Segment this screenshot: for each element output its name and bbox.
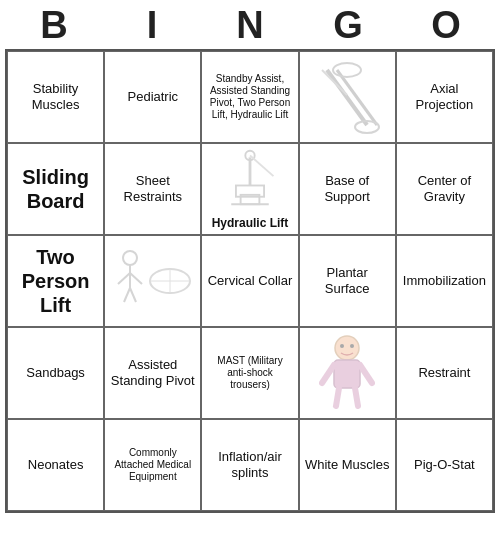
svg-point-11 (123, 251, 137, 265)
cell-text-17: MAST (Military anti-shock trousers) (206, 355, 293, 391)
cell-16: Assisted Standing Pivot (104, 327, 201, 419)
svg-line-13 (118, 273, 130, 284)
letter-o: O (401, 4, 491, 47)
cell-20: Neonates (7, 419, 104, 511)
cell-23: White Muscles (299, 419, 396, 511)
cell-text-24: Pig-O-Stat (414, 457, 475, 473)
cell-text-0: Stability Muscles (12, 81, 99, 112)
cell-11 (104, 235, 201, 327)
cell-10: Two Person Lift (7, 235, 104, 327)
cell-text-10: Two Person Lift (12, 245, 99, 317)
svg-rect-21 (334, 360, 360, 388)
svg-line-16 (130, 288, 136, 302)
letter-g: G (303, 4, 393, 47)
cell-18 (299, 327, 396, 419)
cell-24: Pig-O-Stat (396, 419, 493, 511)
svg-point-20 (335, 336, 359, 360)
cell-8: Base of Support (299, 143, 396, 235)
svg-line-25 (355, 388, 358, 406)
cell-text-12: Cervical Collar (208, 273, 293, 289)
svg-point-26 (340, 344, 344, 348)
cell-text-16: Assisted Standing Pivot (109, 357, 196, 388)
svg-point-27 (350, 344, 354, 348)
cell-3 (299, 51, 396, 143)
cell-17: MAST (Military anti-shock trousers) (201, 327, 298, 419)
cell-1: Pediatric (104, 51, 201, 143)
cell-text-21: Commonly Attached Medical Equipment (109, 447, 196, 483)
cell-text-2: Standby Assist, Assisted Standing Pivot,… (206, 73, 293, 121)
svg-line-22 (322, 365, 334, 383)
cell-text-6: Sheet Restraints (109, 173, 196, 204)
cell-15: Sandbags (7, 327, 104, 419)
svg-line-15 (124, 288, 130, 302)
svg-line-14 (130, 273, 142, 284)
cell-2: Standby Assist, Assisted Standing Pivot,… (201, 51, 298, 143)
cell-7: Hydraulic Lift (201, 143, 298, 235)
cell-text-13: Plantar Surface (304, 265, 391, 296)
cell-14: Immobilization (396, 235, 493, 327)
cell-4: Axial Projection (396, 51, 493, 143)
svg-line-1 (337, 70, 377, 125)
cell-text-22: Inflation/air splints (206, 449, 293, 480)
svg-line-24 (336, 388, 339, 406)
cell-text-4: Axial Projection (401, 81, 488, 112)
cell-text-15: Sandbags (26, 365, 85, 381)
cell-text-5: Sliding Board (12, 165, 99, 213)
cell-9: Center of Gravity (396, 143, 493, 235)
svg-line-10 (250, 155, 273, 176)
cell-13: Plantar Surface (299, 235, 396, 327)
bingo-grid: Stability MusclesPediatricStandby Assist… (5, 49, 495, 513)
cell-6: Sheet Restraints (104, 143, 201, 235)
cell-19: Restraint (396, 327, 493, 419)
cell-text-19: Restraint (418, 365, 470, 381)
cell-5: Sliding Board (7, 143, 104, 235)
letter-b: B (9, 4, 99, 47)
bingo-header: B I N G O (5, 0, 495, 49)
cell-text-14: Immobilization (403, 273, 486, 289)
cell-text-1: Pediatric (128, 89, 179, 105)
cell-text-9: Center of Gravity (401, 173, 488, 204)
cell-text-8: Base of Support (304, 173, 391, 204)
letter-n: N (205, 4, 295, 47)
letter-i: I (107, 4, 197, 47)
cell-text-23: White Muscles (305, 457, 390, 473)
cell-text-20: Neonates (28, 457, 84, 473)
cell-22: Inflation/air splints (201, 419, 298, 511)
svg-line-23 (360, 365, 372, 383)
cell-12: Cervical Collar (201, 235, 298, 327)
cell-21: Commonly Attached Medical Equipment (104, 419, 201, 511)
cell-0: Stability Muscles (7, 51, 104, 143)
svg-line-0 (327, 70, 367, 125)
